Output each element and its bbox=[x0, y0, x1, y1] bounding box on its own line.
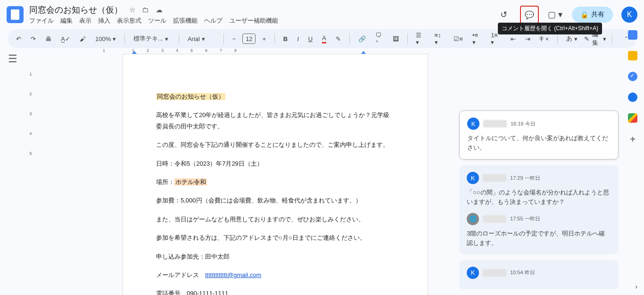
doc-paragraph: 参加費：5,000円（会費には会場費、飲み物、軽食代が含まれています。） bbox=[156, 195, 395, 206]
underline-button[interactable]: U bbox=[305, 34, 315, 44]
comment-card[interactable]: K 17:29 一昨日 「○○の間」のような会場名が分かれば入れようと思いますが… bbox=[459, 165, 619, 254]
comment-history-button[interactable]: 💬 bbox=[520, 6, 539, 24]
menu-bar: ファイル 編集 表示 挿入 表示形式 ツール 拡張機能 ヘルプ ユーザー補助機能 bbox=[29, 17, 278, 25]
vertical-ruler[interactable]: 12345 bbox=[28, 57, 33, 295]
pencil-icon: ✎ bbox=[584, 35, 589, 42]
side-panel: + bbox=[621, 26, 644, 291]
insert-image-button[interactable]: 🖼 bbox=[390, 34, 402, 44]
comment-avatar: K bbox=[467, 267, 479, 279]
increase-indent-button[interactable]: ⇥ bbox=[522, 34, 533, 44]
comment-avatar: K bbox=[467, 118, 479, 130]
doc-paragraph: メールアドレス ttttttttttttt@gmail.com bbox=[156, 270, 395, 280]
share-button[interactable]: 🔒 共有 bbox=[572, 7, 613, 23]
zoom-select[interactable]: 100% ▾ bbox=[92, 34, 119, 44]
redo-button[interactable]: ↷ bbox=[28, 34, 39, 44]
doc-paragraph: 場所：ホテル令和 bbox=[156, 177, 395, 187]
docs-logo[interactable] bbox=[7, 6, 24, 23]
highlight-color-button[interactable]: ✎ bbox=[333, 34, 344, 44]
insert-link-button[interactable]: 🔗 bbox=[355, 34, 369, 44]
checklist-button[interactable]: ☑≡ bbox=[451, 34, 466, 44]
email-link[interactable]: ttttttttttttt@gmail.com bbox=[205, 271, 261, 278]
bulleted-list-button[interactable]: •≡ ▾ bbox=[470, 30, 484, 48]
font-size-decrease[interactable]: − bbox=[230, 34, 239, 44]
comment-author bbox=[483, 215, 506, 223]
move-icon[interactable]: 🗀 bbox=[142, 6, 149, 14]
contacts-icon[interactable] bbox=[628, 93, 637, 102]
print-button[interactable]: 🖶 bbox=[42, 34, 54, 44]
font-size-increase[interactable]: + bbox=[259, 34, 269, 44]
doc-paragraph: 申し込み参加先：田中太郎 bbox=[156, 251, 395, 262]
star-icon[interactable]: ☆ bbox=[129, 6, 135, 14]
doc-paragraph: 日時：令和5（2023）年7月29日（土） bbox=[156, 158, 395, 169]
hide-side-panel-button[interactable]: › bbox=[635, 283, 637, 290]
chevron-down-icon: ▾ bbox=[603, 35, 606, 42]
menu-insert[interactable]: 挿入 bbox=[98, 17, 110, 25]
doc-title-highlight: 同窓会のお知らせ（仮） bbox=[156, 93, 225, 100]
doc-paragraph: 参加を希望される方は、下記のアドレスまで○月○日までにご連絡ください。 bbox=[156, 232, 395, 243]
tasks-icon[interactable] bbox=[628, 72, 637, 81]
comment-timestamp: 16:16 今日 bbox=[511, 120, 536, 127]
document-title[interactable]: 同窓会のお知らせ（仮） bbox=[29, 4, 123, 16]
doc-paragraph: 高校を卒業して20年が経過しましたが、皆さまお元気にお過ごしでしょうか？元学級委… bbox=[156, 110, 395, 132]
menu-view[interactable]: 表示 bbox=[79, 17, 91, 25]
cloud-status-icon[interactable]: ☁ bbox=[156, 6, 163, 14]
comment-author bbox=[483, 174, 506, 182]
paragraph-style-select[interactable]: 標準テキ... ▾ bbox=[131, 33, 173, 45]
undo-button[interactable]: ↶ bbox=[13, 34, 24, 44]
decrease-indent-button[interactable]: ⇤ bbox=[508, 34, 519, 44]
lock-icon: 🔒 bbox=[580, 11, 588, 18]
comment-icon: 💬 bbox=[525, 10, 534, 19]
spellcheck-button[interactable]: A̲✓ bbox=[58, 34, 73, 44]
menu-file[interactable]: ファイル bbox=[29, 17, 54, 25]
menu-format[interactable]: 表示形式 bbox=[117, 17, 141, 25]
comments-pane: K 16:16 今日 タイトルについて、何か良い案があれば教えてください。 K … bbox=[459, 110, 619, 289]
comment-timestamp: 17:55 一昨日 bbox=[510, 215, 540, 222]
menu-tools[interactable]: ツール bbox=[148, 17, 166, 25]
comment-body: タイトルについて、何か良い案があれば教えてください。 bbox=[467, 134, 611, 152]
menu-help[interactable]: ヘルプ bbox=[204, 17, 223, 25]
bold-button[interactable]: B bbox=[281, 34, 290, 44]
addons-button[interactable]: + bbox=[630, 134, 636, 145]
document-outline-button[interactable]: ☰ bbox=[8, 53, 17, 295]
doc-venue-highlight: ホテル令和 bbox=[174, 178, 207, 185]
font-size-input[interactable]: 12 bbox=[242, 34, 256, 44]
doc-paragraph: また、当日はゲームなども用意しておりますので、ぜひお楽しみください。 bbox=[156, 214, 395, 225]
history-icon[interactable]: ↺ bbox=[495, 7, 512, 23]
tooltip: コメント履歴を開く (Ctrl+Alt+Shift+A) bbox=[498, 23, 602, 34]
meet-icon[interactable]: ▢ ▾ bbox=[547, 7, 563, 23]
account-avatar[interactable]: K bbox=[621, 7, 637, 23]
paint-format-button[interactable]: 🖌 bbox=[77, 34, 89, 44]
comment-body: 3階のローズホールの予定ですが、明日ホテルへ確認します。 bbox=[467, 229, 611, 248]
comment-timestamp: 17:29 一昨日 bbox=[510, 175, 540, 182]
comment-card[interactable]: K 16:16 今日 タイトルについて、何か良い案があれば教えてください。 bbox=[459, 110, 619, 160]
menu-accessibility[interactable]: ユーザー補助機能 bbox=[229, 17, 278, 25]
align-button[interactable]: ☰ ▾ bbox=[413, 30, 428, 48]
doc-paragraph: この度、同窓会を下記の通り開催することになりましたので、ご案内申し上げます。 bbox=[156, 139, 395, 150]
comment-author bbox=[483, 269, 506, 277]
line-spacing-button[interactable]: ≡↕ ▾ bbox=[432, 30, 447, 48]
comment-card[interactable]: K 10:54 昨日 bbox=[459, 260, 619, 289]
menu-edit[interactable]: 編集 bbox=[60, 17, 73, 25]
document-page[interactable]: 同窓会のお知らせ（仮） 高校を卒業して20年が経過しましたが、皆さまお元気にお過… bbox=[123, 54, 428, 295]
doc-paragraph: 電話番号 090-1111-1111 bbox=[156, 288, 395, 295]
insert-comment-button[interactable]: 🗨⁺ bbox=[372, 30, 386, 48]
comment-author bbox=[483, 120, 507, 127]
calendar-icon[interactable] bbox=[628, 30, 637, 40]
comment-timestamp: 10:54 昨日 bbox=[510, 269, 535, 276]
comment-avatar: 🌐 bbox=[467, 213, 479, 225]
clear-formatting-button[interactable]: T× bbox=[537, 34, 552, 44]
keep-icon[interactable] bbox=[628, 51, 637, 60]
font-select[interactable]: Arial ▾ bbox=[185, 34, 218, 44]
horizontal-ruler[interactable]: 112345678 bbox=[103, 47, 409, 54]
italic-button[interactable]: I bbox=[294, 34, 302, 44]
comment-avatar: K bbox=[467, 172, 479, 184]
menu-extensions[interactable]: 拡張機能 bbox=[173, 17, 198, 25]
text-color-button[interactable]: A bbox=[319, 33, 329, 45]
maps-icon[interactable] bbox=[628, 113, 637, 123]
comment-body: 「○○の間」のような会場名が分かれば入れようと思いますが、もう決まっていますか？ bbox=[467, 188, 611, 207]
